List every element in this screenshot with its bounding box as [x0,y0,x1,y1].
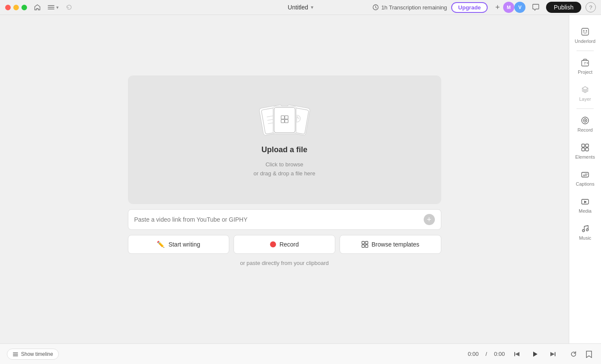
upload-section: Upload a file Click to browse or drag & … [128,75,441,266]
time-total: 0:00 [494,351,505,357]
replay-button[interactable] [568,349,579,359]
svg-rect-15 [362,245,364,247]
url-input-row: + [128,209,441,230]
svg-rect-13 [362,241,364,244]
extra-controls [568,349,594,359]
help-button[interactable]: ? [586,2,596,12]
canvas-area: Upload a file Click to browse or drag & … [0,15,569,343]
layer-icon [580,85,590,94]
collaborators: + M V [492,2,525,13]
svg-rect-25 [582,144,585,147]
minimize-button[interactable] [13,5,19,10]
main-area: Upload a file Click to browse or drag & … [0,15,601,343]
sidebar-item-layer[interactable]: Layer [569,80,601,107]
grid-icon [361,241,368,248]
sidebar-item-media[interactable]: Media [569,192,601,219]
svg-rect-16 [365,245,368,247]
bottom-bar: Show timeline 0:00 / 0:00 [0,343,601,364]
svg-rect-26 [586,144,589,147]
project-label: Project [578,69,592,75]
time-separator: / [486,351,487,357]
right-sidebar: Underlord Project [569,15,601,343]
browse-templates-button[interactable]: Browse templates [340,235,441,254]
sidebar-item-project[interactable]: Project [569,53,601,80]
svg-marker-34 [584,201,587,203]
titlebar-left: ▾ [5,1,75,13]
action-buttons-row: ✏️ Start writing Record [128,235,441,254]
sidebar-item-elements[interactable]: Elements [569,138,601,165]
menu-button[interactable]: ▾ [48,5,59,10]
svg-marker-42 [533,352,537,357]
start-writing-button[interactable]: ✏️ Start writing [128,235,230,254]
transcription-text: 1h Transcription remaining [381,4,447,11]
upgrade-button[interactable]: Upgrade [451,2,488,13]
media-icon [580,197,590,206]
captions-icon: A [580,170,590,179]
publish-button[interactable]: Publish [546,2,581,13]
sidebar-item-captions[interactable]: A Captions [569,165,601,192]
undo-button[interactable] [63,1,75,13]
record-button[interactable]: Record [234,235,335,254]
sidebar-item-record[interactable]: Record [569,111,601,138]
upload-dropzone[interactable]: Upload a file Click to browse or drag & … [128,75,441,204]
elements-label: Elements [575,154,595,159]
svg-rect-40 [514,352,515,356]
record-label: Record [577,127,592,132]
svg-rect-39 [13,355,18,356]
sidebar-item-music[interactable]: Music [569,219,601,246]
music-icon [580,224,590,233]
titlebar: ▾ Untitled ▾ 1h Transcription remaining … [0,0,601,15]
music-label: Music [579,235,592,241]
timeline-icon [12,351,18,357]
record-sidebar-icon [580,116,590,125]
upload-subtitle: Click to browse or drag & drop a file he… [254,160,316,178]
sidebar-item-underlord[interactable]: Underlord [569,22,601,49]
pen-icon: ✏️ [157,241,165,248]
avatar-m: M [503,2,514,13]
svg-marker-41 [515,352,519,356]
bookmark-button[interactable] [584,349,594,359]
close-button[interactable] [5,5,11,10]
svg-point-18 [583,30,585,32]
svg-rect-38 [13,354,18,355]
transport-controls: 0:00 / 0:00 [468,348,558,360]
paste-hint: or paste directly from your clipboard [128,260,441,266]
add-collaborator-button[interactable]: + [492,2,503,13]
svg-rect-43 [555,352,555,356]
layer-label: Layer [579,96,591,102]
svg-rect-27 [582,148,585,151]
underlord-icon [580,27,590,36]
chat-button[interactable] [530,1,542,13]
captions-label: Captions [576,181,594,187]
maximize-button[interactable] [21,5,27,10]
svg-rect-17 [582,28,589,35]
sidebar-divider-1 [577,51,594,51]
elements-icon [580,143,590,152]
home-button[interactable] [31,1,43,13]
show-timeline-button[interactable]: Show timeline [7,349,59,360]
file-illustration [259,101,310,139]
title-chevron-icon: ▾ [311,4,313,10]
project-icon [580,58,590,67]
svg-point-24 [585,120,586,121]
clock-icon [373,4,379,10]
svg-rect-37 [13,352,18,353]
svg-marker-44 [550,352,555,356]
doc-title: Untitled [288,4,308,11]
svg-rect-14 [365,241,368,244]
underlord-label: Underlord [575,39,595,44]
skip-forward-button[interactable] [548,349,558,359]
upload-title: Upload a file [261,145,307,154]
url-input[interactable] [134,216,419,223]
svg-rect-28 [586,148,589,151]
sidebar-divider-2 [577,108,594,109]
transcription-info: 1h Transcription remaining [373,4,447,11]
record-dot-icon [270,241,276,247]
url-add-button[interactable]: + [424,214,435,225]
skip-back-button[interactable] [512,349,522,359]
titlebar-right: 1h Transcription remaining Upgrade + M V… [373,1,596,13]
avatar-v: V [514,2,525,13]
doc-title-area[interactable]: Untitled ▾ [288,4,313,11]
svg-point-19 [586,30,587,32]
play-button[interactable] [529,348,541,360]
